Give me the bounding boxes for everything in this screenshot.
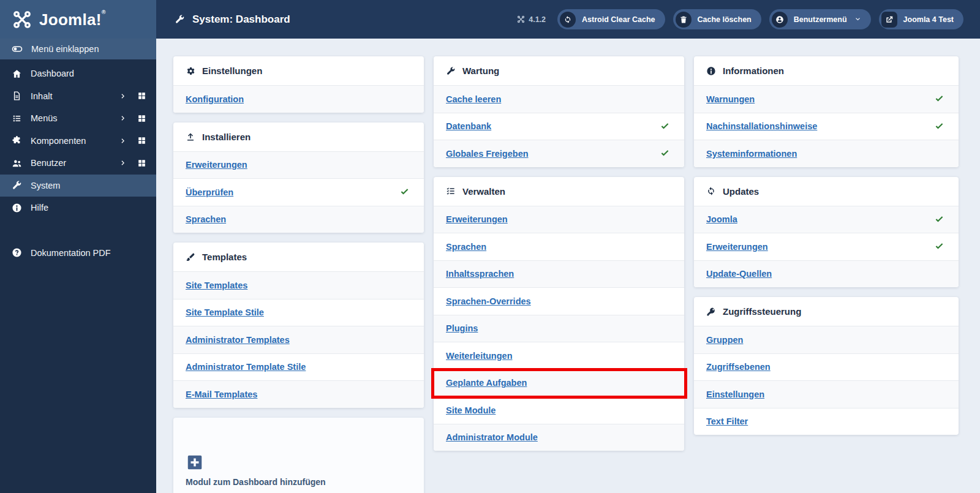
link-joomla-update[interactable]: Joomla xyxy=(706,214,737,224)
home-icon xyxy=(12,69,22,79)
button-label: Astroid Clear Cache xyxy=(582,15,655,24)
link-konfiguration[interactable]: Konfiguration xyxy=(186,94,244,104)
add-module-card[interactable]: Modul zum Dashboard hinzufügen xyxy=(173,418,424,493)
card-row: Administrator Templates xyxy=(173,326,424,353)
link-sprachen-installieren[interactable]: Sprachen xyxy=(186,214,226,224)
benutzermenue-button[interactable]: Benutzermenü xyxy=(769,9,871,29)
joomla-logo: Joomla!® xyxy=(0,0,156,39)
sidebar-item-label: Inhalt xyxy=(31,91,52,101)
link-administrator-templates[interactable]: Administrator Templates xyxy=(186,335,290,345)
link-einstellungen-zugriff[interactable]: Einstellungen xyxy=(706,390,764,399)
joomla-4-test-button[interactable]: Joomla 4 Test xyxy=(879,9,963,29)
card-title: Einstellungen xyxy=(202,66,262,76)
brush-icon xyxy=(186,252,195,262)
chevron-right-icon xyxy=(119,159,127,167)
sidebar-item-komponenten[interactable]: Komponenten xyxy=(0,130,156,152)
wrench-icon xyxy=(175,14,185,24)
sidebar-item-dashboard[interactable]: Dashboard xyxy=(0,62,156,85)
grid-icon[interactable] xyxy=(137,136,146,145)
sidebar-nav: Dashboard Inhalt Menüs Komponenten Benut… xyxy=(0,62,156,264)
sidebar-item-benutzer[interactable]: Benutzer xyxy=(0,152,156,175)
sidebar-item-label: Menüs xyxy=(31,113,58,123)
card-installieren: Installieren Erweiterungen Überprüfen Sp… xyxy=(173,122,424,233)
button-label: Cache löschen xyxy=(698,15,752,24)
users-icon xyxy=(12,158,22,168)
sidebar-item-menu-collapse[interactable]: Menü einklappen xyxy=(0,39,156,59)
sidebar-spacer xyxy=(0,219,156,242)
link-text-filter[interactable]: Text Filter xyxy=(706,416,748,426)
link-administrator-module[interactable]: Administrator Module xyxy=(446,432,538,442)
link-sprachen-overrides[interactable]: Sprachen-Overrides xyxy=(446,296,531,306)
wrench-icon xyxy=(446,66,456,76)
dashboard-column-1: Einstellungen Konfiguration Installieren… xyxy=(173,56,424,493)
link-warnungen[interactable]: Warnungen xyxy=(706,94,755,104)
link-weiterleitungen[interactable]: Weiterleitungen xyxy=(446,351,513,361)
link-site-module[interactable]: Site Module xyxy=(446,405,496,415)
grid-icon[interactable] xyxy=(137,114,146,123)
link-update-quellen[interactable]: Update-Quellen xyxy=(706,269,772,279)
sidebar-item-dokumentation-pdf[interactable]: Dokumentation PDF xyxy=(0,242,156,265)
link-geplante-aufgaben[interactable]: Geplante Aufgaben xyxy=(446,378,527,388)
card-header: Updates xyxy=(694,177,959,206)
joomla-version: 4.1.2 xyxy=(517,15,546,24)
link-systeminformationen[interactable]: Systeminformationen xyxy=(706,149,797,159)
info-circle-icon xyxy=(706,66,716,76)
card-rows: Cache leeren Datenbank Globales Freigebe… xyxy=(434,85,684,167)
list-icon xyxy=(12,113,22,124)
joomla-mark-icon xyxy=(12,10,32,29)
card-row: Site Template Stile xyxy=(173,299,424,326)
link-email-templates[interactable]: E-Mail Templates xyxy=(186,390,257,399)
link-erweiterungen-update[interactable]: Erweiterungen xyxy=(706,242,768,252)
link-datenbank[interactable]: Datenbank xyxy=(446,121,491,131)
link-plugins[interactable]: Plugins xyxy=(446,323,478,333)
cache-loeschen-button[interactable]: Cache löschen xyxy=(673,9,761,29)
link-zugriffsebenen[interactable]: Zugriffsebenen xyxy=(706,362,771,372)
sidebar-item-system[interactable]: System xyxy=(0,175,156,197)
card-row: Erweiterungen xyxy=(434,206,684,233)
link-sprachen-verwalten[interactable]: Sprachen xyxy=(446,242,486,252)
card-row: Datenbank xyxy=(434,113,684,140)
card-row: Weiterleitungen xyxy=(434,342,684,369)
link-site-templates[interactable]: Site Templates xyxy=(186,280,247,290)
card-row: Administrator Template Stile xyxy=(173,353,424,381)
sidebar-item-label: System xyxy=(31,181,60,190)
link-erweiterungen-verwalten[interactable]: Erweiterungen xyxy=(446,214,508,224)
dashboard-content: Einstellungen Konfiguration Installieren… xyxy=(156,39,980,493)
card-rows: Erweiterungen Sprachen Inhaltssprachen S… xyxy=(434,206,684,451)
sidebar-item-hilfe[interactable]: Hilfe xyxy=(0,197,156,219)
card-header: Templates xyxy=(173,243,424,271)
link-inhaltssprachen[interactable]: Inhaltssprachen xyxy=(446,269,514,279)
grid-icon[interactable] xyxy=(137,91,146,100)
link-site-template-stile[interactable]: Site Template Stile xyxy=(186,307,264,317)
key-icon xyxy=(706,307,716,317)
card-row: Erweiterungen xyxy=(694,233,959,260)
link-erweiterungen-installieren[interactable]: Erweiterungen xyxy=(186,160,247,170)
link-gruppen[interactable]: Gruppen xyxy=(706,335,743,345)
link-administrator-template-stile[interactable]: Administrator Template Stile xyxy=(186,362,306,372)
chevron-right-icon xyxy=(119,92,127,100)
version-text: 4.1.2 xyxy=(529,15,546,24)
link-nachinstallationshinweise[interactable]: Nachinstallationshinweise xyxy=(706,121,817,131)
icon-badge xyxy=(772,12,788,28)
link-ueberpruefen[interactable]: Überprüfen xyxy=(186,187,233,197)
link-globales-freigeben[interactable]: Globales Freigeben xyxy=(446,149,529,159)
check-icon xyxy=(659,121,671,132)
astroid-clear-cache-button[interactable]: Astroid Clear Cache xyxy=(557,9,665,29)
link-cache-leeren[interactable]: Cache leeren xyxy=(446,94,501,104)
topbar: System: Dashboard 4.1.2 Astroid Clear Ca… xyxy=(156,0,980,39)
card-title: Updates xyxy=(723,186,759,197)
card-row: Zugriffsebenen xyxy=(694,353,959,381)
grid-icon[interactable] xyxy=(137,159,146,168)
question-circle-icon xyxy=(12,247,22,258)
check-icon xyxy=(933,241,945,252)
card-row: Administrator Module xyxy=(434,424,684,451)
sidebar-item-menus[interactable]: Menüs xyxy=(0,107,156,130)
card-title: Informationen xyxy=(723,66,784,76)
card-row: Joomla xyxy=(694,206,959,233)
upload-icon xyxy=(186,132,195,141)
card-wartung: Wartung Cache leeren Datenbank Globales … xyxy=(434,56,684,167)
sidebar-item-inhalt[interactable]: Inhalt xyxy=(0,85,156,108)
check-icon xyxy=(933,214,945,225)
topbar-actions: 4.1.2 Astroid Clear Cache Cache löschen … xyxy=(517,9,963,29)
card-row: Sprachen xyxy=(434,233,684,260)
